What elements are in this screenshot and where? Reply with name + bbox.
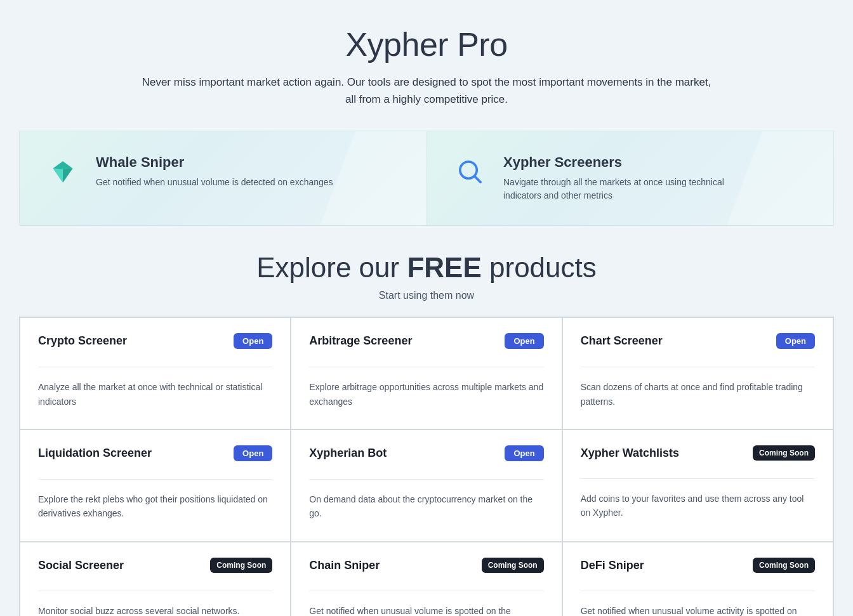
product-card-xypherian-bot[interactable]: Xypherian BotOpenOn demand data about th… bbox=[291, 430, 561, 541]
promo-whale-content: Whale Sniper Get notified when unusual v… bbox=[96, 154, 333, 189]
product-card-social-screener[interactable]: Social ScreenerComing SoonMonitor social… bbox=[20, 542, 290, 616]
divider bbox=[581, 367, 815, 367]
free-section-title: Explore our FREE products bbox=[19, 251, 834, 285]
product-badge[interactable]: Open bbox=[505, 333, 543, 349]
product-card-chain-sniper[interactable]: Chain SniperComing SoonGet notified when… bbox=[291, 542, 561, 616]
product-description: Explore the rekt plebs who got their pos… bbox=[38, 492, 272, 521]
search-circle-icon bbox=[453, 154, 488, 190]
products-grid: Crypto ScreenerOpenAnalyze all the marke… bbox=[19, 317, 834, 616]
svg-line-5 bbox=[475, 176, 481, 183]
product-badge: Coming Soon bbox=[210, 558, 272, 573]
product-title: Liquidation Screener bbox=[38, 445, 152, 460]
product-description: Get notified when unusual volume is spot… bbox=[309, 604, 543, 616]
product-card-header: Xypher WatchlistsComing Soon bbox=[581, 445, 815, 461]
product-card-defi-sniper[interactable]: DeFi SniperComing SoonGet notified when … bbox=[563, 542, 833, 616]
product-description: Analyze all the market at once with tech… bbox=[38, 380, 272, 409]
product-title: Social Screener bbox=[38, 558, 124, 572]
product-description: On demand data about the cryptocurrency … bbox=[309, 492, 543, 521]
product-title: Chain Sniper bbox=[309, 558, 380, 572]
svg-marker-2 bbox=[53, 169, 63, 183]
product-card-header: Arbitrage ScreenerOpen bbox=[309, 333, 543, 349]
product-description: Add coins to your favorites and use them… bbox=[581, 492, 815, 520]
hero-title: Xypher Pro bbox=[19, 25, 834, 63]
divider bbox=[581, 591, 815, 591]
product-card-crypto-screener[interactable]: Crypto ScreenerOpenAnalyze all the marke… bbox=[20, 318, 290, 429]
title-bold: FREE bbox=[407, 252, 481, 283]
product-card-header: Chart ScreenerOpen bbox=[581, 333, 815, 349]
promo-cards: Whale Sniper Get notified when unusual v… bbox=[19, 131, 834, 226]
product-title: DeFi Sniper bbox=[581, 558, 644, 572]
product-description: Monitor social buzz across several socia… bbox=[38, 604, 272, 616]
promo-whale-title: Whale Sniper bbox=[96, 154, 333, 171]
product-card-header: Crypto ScreenerOpen bbox=[38, 333, 272, 349]
product-badge[interactable]: Open bbox=[234, 333, 272, 349]
promo-screeners-content: Xypher Screeners Navigate through all th… bbox=[503, 154, 757, 202]
product-title: Arbitrage Screener bbox=[309, 333, 412, 348]
product-badge[interactable]: Open bbox=[234, 445, 272, 461]
promo-screeners-desc: Navigate through all the markets at once… bbox=[503, 176, 757, 202]
divider bbox=[38, 367, 272, 367]
product-card-header: DeFi SniperComing Soon bbox=[581, 558, 815, 573]
product-title: Chart Screener bbox=[581, 333, 663, 348]
free-section-subtitle: Start using them now bbox=[19, 290, 834, 301]
product-card-liquidation-screener[interactable]: Liquidation ScreenerOpenExplore the rekt… bbox=[20, 430, 290, 541]
page-wrapper: Xypher Pro Never miss important market a… bbox=[0, 0, 853, 616]
product-title: Xypherian Bot bbox=[309, 445, 387, 460]
product-badge[interactable]: Open bbox=[505, 445, 543, 461]
title-prefix: Explore our bbox=[256, 252, 407, 283]
divider bbox=[309, 479, 543, 480]
product-card-chart-screener[interactable]: Chart ScreenerOpenScan dozens of charts … bbox=[563, 318, 833, 429]
divider bbox=[581, 478, 815, 479]
product-card-header: Chain SniperComing Soon bbox=[309, 558, 543, 573]
diamond-icon bbox=[45, 154, 81, 190]
product-card-arbitrage-screener[interactable]: Arbitrage ScreenerOpenExplore arbitrage … bbox=[291, 318, 561, 429]
hero-section: Xypher Pro Never miss important market a… bbox=[19, 25, 834, 108]
promo-whale-desc: Get notified when unusual volume is dete… bbox=[96, 176, 333, 189]
promo-card-whale-sniper[interactable]: Whale Sniper Get notified when unusual v… bbox=[19, 131, 426, 226]
free-section-heading: Explore our FREE products bbox=[19, 251, 834, 285]
divider bbox=[38, 479, 272, 480]
product-badge: Coming Soon bbox=[753, 445, 815, 461]
title-suffix: products bbox=[482, 252, 597, 283]
product-title: Crypto Screener bbox=[38, 333, 127, 348]
svg-marker-1 bbox=[53, 162, 73, 170]
hero-subtitle: Never miss important market action again… bbox=[141, 74, 712, 108]
product-description: Scan dozens of charts at once and find p… bbox=[581, 380, 815, 409]
product-badge: Coming Soon bbox=[753, 558, 815, 573]
product-card-xypher-watchlists[interactable]: Xypher WatchlistsComing SoonAdd coins to… bbox=[563, 430, 833, 541]
divider bbox=[309, 591, 543, 591]
product-card-header: Social ScreenerComing Soon bbox=[38, 558, 272, 573]
product-card-header: Liquidation ScreenerOpen bbox=[38, 445, 272, 461]
divider bbox=[38, 591, 272, 591]
product-description: Explore arbitrage opportunities across m… bbox=[309, 380, 543, 409]
product-description: Get notified when unusual volume activit… bbox=[581, 604, 815, 616]
product-badge[interactable]: Open bbox=[776, 333, 815, 349]
svg-marker-3 bbox=[63, 169, 72, 183]
divider bbox=[309, 367, 543, 367]
promo-bg-shape bbox=[319, 131, 426, 226]
promo-screeners-title: Xypher Screeners bbox=[503, 154, 757, 171]
product-badge: Coming Soon bbox=[482, 558, 544, 573]
product-card-header: Xypherian BotOpen bbox=[309, 445, 543, 461]
product-title: Xypher Watchlists bbox=[581, 445, 679, 460]
promo-card-screeners[interactable]: Xypher Screeners Navigate through all th… bbox=[426, 131, 834, 226]
